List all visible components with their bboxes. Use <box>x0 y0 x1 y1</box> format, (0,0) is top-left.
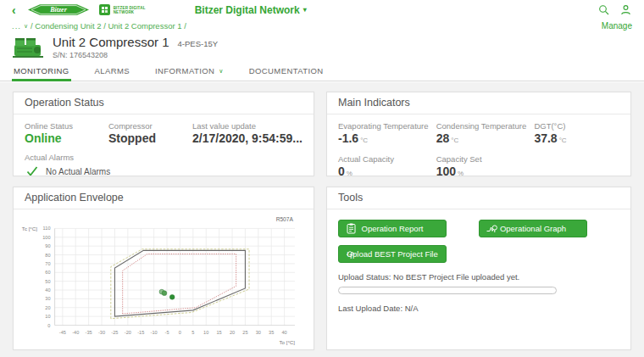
app-title-dropdown[interactable]: Bitzer Digital Network ▾ <box>195 4 307 16</box>
checkmark-icon <box>26 166 38 176</box>
tab-monitoring[interactable]: MONITORING <box>12 63 71 81</box>
upload-best-project-file-button[interactable]: Upload BEST Project File <box>338 245 447 263</box>
svg-text:To [°C]: To [°C] <box>280 339 296 345</box>
svg-text:100: 100 <box>42 235 50 240</box>
application-envelope-chart-wrap: -45-40-35-30-25-20-15-10-505101520253035… <box>17 213 308 348</box>
upload-progress-bar <box>338 287 557 294</box>
svg-text:Tc [°C]: Tc [°C] <box>22 226 37 231</box>
tab-information[interactable]: INFORMATION∨ <box>153 63 225 81</box>
svg-text:R507A: R507A <box>276 216 294 222</box>
evaporating-temperature-field: Evaporating Temperature -1.6°C <box>338 121 436 145</box>
svg-text:-25: -25 <box>111 330 118 335</box>
compressor-icon <box>12 36 44 59</box>
bitzer-logo-text: Bitzer <box>49 6 67 14</box>
tab-documentation[interactable]: DOCUMENTATION <box>247 63 325 81</box>
svg-text:25: 25 <box>242 330 247 335</box>
last-value-update-value: 2/17/2020, 9:54:59... <box>192 131 303 145</box>
operation-report-button[interactable]: Operation Report <box>338 220 447 237</box>
page-title: Unit 2 Compressor 1 <box>53 35 169 49</box>
main-indicators-panel: Main Indicators Evaporating Temperature … <box>326 92 631 176</box>
breadcrumb-overflow[interactable]: ... <box>12 21 21 31</box>
header-bar: ‹ Bitzer BITZER DIGITALNETWORK Bitzer Di… <box>0 0 644 20</box>
search-icon[interactable] <box>597 3 610 17</box>
svg-text:50: 50 <box>45 279 50 284</box>
svg-text:-45: -45 <box>59 330 66 335</box>
actual-alarms-text: No Actual Alarms <box>46 167 110 176</box>
svg-text:-40: -40 <box>72 330 79 335</box>
bdn-logo-line2: NETWORK <box>114 10 135 14</box>
svg-text:5: 5 <box>192 330 194 335</box>
graph-icon <box>486 223 497 234</box>
svg-text:-5: -5 <box>165 330 169 335</box>
application-envelope-panel: Application Envelope -45-40-35-30-25-20-… <box>13 187 314 350</box>
svg-text:20: 20 <box>45 305 50 310</box>
svg-text:90: 90 <box>45 243 50 248</box>
svg-text:-15: -15 <box>137 330 144 335</box>
actual-alarms-label: Actual Alarms <box>25 153 303 162</box>
operation-status-panel: Operation Status Online Status Online Co… <box>13 92 314 176</box>
svg-text:0: 0 <box>47 323 50 328</box>
tab-alarms[interactable]: ALARMS <box>93 63 131 81</box>
capacity-set-field: Capacity Set 100% <box>436 154 535 176</box>
panel-title: Tools <box>327 187 630 209</box>
bdn-logo-icon <box>99 4 110 15</box>
svg-text:80: 80 <box>45 253 50 258</box>
back-icon[interactable]: ‹ <box>12 4 16 16</box>
panel-title: Application Envelope <box>14 187 314 209</box>
compressor-state-value: Stopped <box>108 131 192 145</box>
bdn-logo[interactable]: BITZER DIGITALNETWORK <box>99 4 146 15</box>
last-value-update-field: Last value update 2/17/2020, 9:54:59... <box>192 121 303 145</box>
svg-text:35: 35 <box>269 330 274 335</box>
chevron-down-icon: ∨ <box>219 68 224 75</box>
dgt-field: DGT(°C) 37.8°C <box>534 121 619 145</box>
tools-panel: Tools Operation Report Operational Graph… <box>326 187 631 350</box>
svg-text:0: 0 <box>179 330 181 335</box>
unit-header: Unit 2 Compressor 1 4-PES-15Y S/N: 17654… <box>0 32 644 63</box>
breadcrumb[interactable]: ... ∨ / Condensing Unit 2 / Unit 2 Compr… <box>12 21 186 31</box>
svg-text:60: 60 <box>45 270 50 275</box>
svg-text:40: 40 <box>45 287 50 293</box>
svg-text:110: 110 <box>43 226 51 231</box>
condensing-temperature-field: Condensing Temperature 28°C <box>436 121 535 145</box>
svg-text:-35: -35 <box>86 330 92 335</box>
unit-model: 4-PES-15Y <box>178 39 219 48</box>
app-title: Bitzer Digital Network <box>195 4 300 16</box>
actual-alarms-status: No Actual Alarms <box>25 166 303 176</box>
upload-icon <box>346 248 357 259</box>
svg-text:70: 70 <box>45 261 50 266</box>
online-status-value: Online <box>25 131 108 145</box>
breadcrumb-row: ... ∨ / Condensing Unit 2 / Unit 2 Compr… <box>0 20 644 32</box>
manage-link[interactable]: Manage <box>602 21 632 31</box>
user-icon[interactable] <box>619 3 632 17</box>
svg-text:15: 15 <box>217 330 222 335</box>
chevron-down-icon: ▾ <box>303 6 307 14</box>
chevron-down-icon: ∨ <box>24 23 28 30</box>
upload-status-text: Upload Status: No BEST Project File uplo… <box>338 272 619 282</box>
svg-text:20: 20 <box>230 330 235 335</box>
svg-text:40: 40 <box>282 330 287 335</box>
svg-text:10: 10 <box>45 314 50 319</box>
svg-text:-30: -30 <box>98 330 105 335</box>
unit-serial: S/N: 176543208 <box>53 51 218 59</box>
svg-text:-20: -20 <box>125 330 131 335</box>
svg-text:-10: -10 <box>151 330 158 335</box>
svg-text:10: 10 <box>203 330 208 335</box>
compressor-state-field: Compressor Stopped <box>108 121 192 145</box>
report-icon <box>346 223 357 234</box>
panel-title: Main Indicators <box>327 92 630 114</box>
panel-title: Operation Status <box>14 92 314 114</box>
svg-text:30: 30 <box>256 330 261 335</box>
bitzer-logo[interactable]: Bitzer <box>28 3 89 16</box>
top-section: ‹ Bitzer BITZER DIGITALNETWORK Bitzer Di… <box>0 0 644 81</box>
main-content: Operation Status Online Status Online Co… <box>0 82 644 357</box>
application-envelope-chart: -45-40-35-30-25-20-15-10-505101520253035… <box>17 213 308 348</box>
tab-bar: MONITORING ALARMS INFORMATION∨ DOCUMENTA… <box>0 63 644 81</box>
last-upload-date-text: Last Upload Date: N/A <box>338 304 619 313</box>
actual-capacity-field: Actual Capacity 0% <box>338 154 436 176</box>
operational-graph-button[interactable]: Operational Graph <box>479 220 587 237</box>
svg-text:30: 30 <box>45 296 50 301</box>
online-status-field: Online Status Online <box>25 121 108 145</box>
breadcrumb-path[interactable]: / Condensing Unit 2 / Unit 2 Compressor … <box>31 21 186 31</box>
